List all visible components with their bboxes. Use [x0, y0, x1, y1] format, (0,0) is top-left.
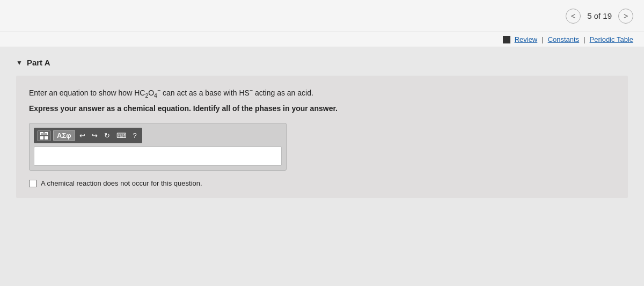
q-prefix: Enter an equation to show how	[29, 89, 134, 97]
constants-link[interactable]: Constants	[548, 35, 580, 43]
links-bar: Review | Constants | Periodic Table	[0, 32, 644, 47]
checkbox-area: A chemical reaction does not occur for t…	[29, 179, 615, 187]
review-link[interactable]: Review	[515, 35, 538, 43]
pagination-controls: < 5 of 19 >	[566, 9, 633, 24]
top-bar: < 5 of 19 >	[0, 0, 644, 32]
part-header: ▼ Part A	[16, 58, 628, 67]
refresh-icon: ↻	[104, 131, 110, 140]
ase-label: ΑΣφ	[57, 131, 71, 140]
no-reaction-checkbox[interactable]	[29, 180, 36, 187]
periodic-table-link[interactable]: Periodic Table	[590, 35, 633, 43]
q-chem1: HC2O4−	[134, 89, 160, 97]
help-button[interactable]: ?	[131, 130, 139, 141]
ase-button[interactable]: ΑΣφ	[53, 130, 75, 141]
q-chem2: HS−	[239, 89, 253, 97]
main-content: ▼ Part A Enter an equation to show how H…	[0, 47, 644, 209]
matrix-icon	[40, 132, 48, 140]
svg-rect-3	[45, 136, 48, 140]
redo-icon: ↪	[92, 131, 98, 140]
separator-2: |	[583, 35, 585, 43]
q-suffix: acting as an acid.	[253, 89, 313, 97]
question-line1: Enter an equation to show how HC2O4− can…	[29, 86, 615, 100]
part-collapse-arrow[interactable]: ▼	[16, 59, 23, 67]
svg-rect-2	[40, 136, 43, 140]
redo-button[interactable]: ↪	[90, 130, 100, 141]
keyboard-button[interactable]: ⌨	[114, 130, 129, 141]
prev-button[interactable]: <	[566, 9, 581, 24]
undo-button[interactable]: ↩	[77, 130, 87, 141]
review-icon	[503, 36, 510, 43]
keyboard-icon: ⌨	[116, 131, 127, 140]
question-area: Enter an equation to show how HC2O4− can…	[16, 76, 628, 198]
help-icon: ?	[133, 131, 137, 140]
separator-1: |	[541, 35, 543, 43]
equation-text-field[interactable]	[34, 146, 282, 166]
page-count: 5 of 19	[587, 11, 612, 20]
prev-icon: <	[571, 12, 575, 20]
undo-icon: ↩	[79, 131, 85, 140]
equation-toolbar: ΑΣφ ↩ ↪ ↻ ⌨	[34, 128, 142, 143]
part-title: Part A	[27, 58, 50, 67]
next-icon: >	[624, 12, 628, 20]
matrix-button[interactable]	[37, 130, 51, 141]
next-button[interactable]: >	[618, 9, 633, 24]
checkbox-label: A chemical reaction does not occur for t…	[41, 179, 202, 187]
refresh-button[interactable]: ↻	[102, 130, 112, 141]
equation-input-container: ΑΣφ ↩ ↪ ↻ ⌨	[29, 123, 287, 171]
question-line2: Express your answer as a chemical equati…	[29, 103, 615, 114]
links-inner: Review | Constants | Periodic Table	[503, 35, 633, 43]
q-middle: can act as a base with	[160, 89, 239, 97]
